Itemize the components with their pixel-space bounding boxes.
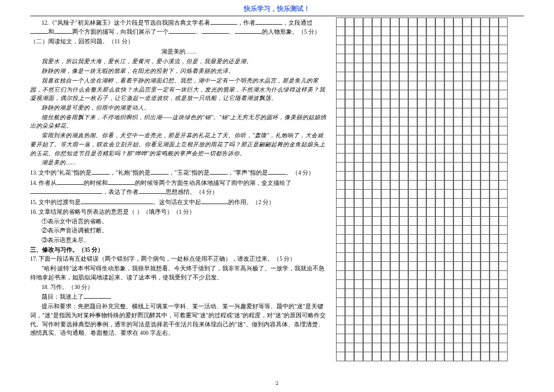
grid-cell <box>444 316 454 325</box>
grid-cell <box>345 135 355 145</box>
grid-cell <box>481 225 490 235</box>
grid-cell <box>444 225 454 235</box>
grid-cell <box>453 81 463 90</box>
grid-cell <box>426 306 436 316</box>
grid-cell <box>336 297 346 307</box>
grid-cell <box>363 72 373 81</box>
grid-cell <box>372 135 382 145</box>
grid-cell <box>408 54 418 63</box>
grid-cell <box>435 261 445 271</box>
grid-cell <box>444 343 454 352</box>
grid-cell <box>372 144 382 154</box>
grid-cell <box>417 352 427 361</box>
grid-cell <box>336 334 346 343</box>
grid-cell <box>381 352 391 361</box>
grid-cell <box>399 26 409 36</box>
grid-cell <box>426 216 436 226</box>
grid-cell <box>472 117 481 126</box>
grid-cell <box>336 316 346 325</box>
grid-cell <box>336 325 346 334</box>
right-column <box>336 18 517 361</box>
grid-cell <box>390 216 400 226</box>
grid-cell <box>472 54 481 63</box>
grid-cell <box>390 343 400 352</box>
grid-cell <box>444 207 454 217</box>
grid-cell <box>490 189 499 199</box>
grid-cell <box>426 135 436 145</box>
grid-cell <box>381 216 391 226</box>
grid-cell <box>426 325 436 334</box>
grid-cell <box>453 252 463 262</box>
grid-cell <box>372 153 382 163</box>
grid-cell <box>444 171 454 181</box>
grid-cell <box>399 243 409 253</box>
grid-cell <box>435 343 445 352</box>
grid-cell <box>354 36 364 45</box>
grid-cell <box>390 189 400 199</box>
grid-cell <box>462 261 472 271</box>
grid-cell <box>372 270 382 280</box>
grid-cell <box>435 252 445 262</box>
grid-cell <box>345 63 355 72</box>
grid-cell <box>444 63 454 72</box>
grid-cell <box>435 306 445 316</box>
grid-cell <box>490 261 499 271</box>
grid-cell <box>399 225 409 235</box>
grid-cell <box>336 279 346 289</box>
grid-cell <box>426 243 436 253</box>
grid-cell <box>372 352 382 361</box>
grid-cell <box>399 63 409 72</box>
grid-cell <box>354 81 364 90</box>
grid-cell <box>390 135 400 145</box>
grid-cell <box>490 72 499 81</box>
grid-cell <box>336 54 346 63</box>
grid-cell <box>490 207 499 217</box>
grid-cell <box>462 243 472 253</box>
q12-text: 、 <box>229 29 235 35</box>
grid-cell <box>390 144 400 154</box>
grid-cell <box>390 316 400 325</box>
grid-cell <box>336 171 346 181</box>
grid-cell <box>499 216 508 226</box>
grid-cell <box>363 243 373 253</box>
grid-cell <box>472 126 481 135</box>
grid-cell <box>390 334 400 343</box>
grid-cell <box>426 45 436 54</box>
grid-cell <box>453 207 463 217</box>
grid-cell <box>408 162 418 172</box>
q14-text: ，表达了作者 <box>102 189 138 195</box>
grid-cell <box>490 279 499 289</box>
grid-cell <box>417 162 427 172</box>
grid-cell <box>390 234 400 244</box>
grid-cell <box>354 198 364 208</box>
grid-cell <box>490 117 499 126</box>
grid-cell <box>481 334 490 343</box>
grid-cell <box>336 117 346 126</box>
grid-cell <box>481 117 490 126</box>
grid-cell <box>444 279 454 289</box>
grid-cell <box>499 117 508 126</box>
blank <box>169 27 196 34</box>
grid-cell <box>472 316 481 325</box>
grid-cell <box>499 126 508 135</box>
grid-cell <box>345 279 355 289</box>
grid-cell <box>426 297 436 307</box>
grid-cell <box>435 180 445 190</box>
grid-cell <box>499 90 508 99</box>
grid-cell <box>381 180 391 190</box>
grid-cell <box>363 81 373 90</box>
grid-cell <box>453 288 463 298</box>
grid-cell <box>381 171 391 181</box>
grid-cell <box>399 135 409 145</box>
grid-cell <box>453 352 463 361</box>
grid-cell <box>336 36 346 45</box>
grid-cell <box>372 243 382 253</box>
q13-text: ，"玉花"指的是 <box>169 170 210 176</box>
grid-cell <box>408 225 418 235</box>
grid-cell <box>453 63 463 72</box>
grid-cell <box>336 108 346 117</box>
grid-cell <box>354 54 364 63</box>
grid-cell <box>426 270 436 280</box>
grid-cell <box>417 261 427 271</box>
grid-cell <box>372 343 382 352</box>
